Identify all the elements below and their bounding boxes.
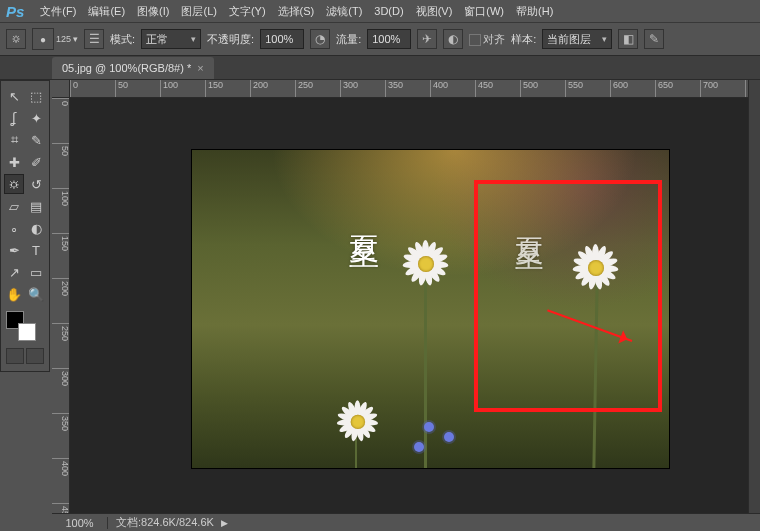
options-bar: ⛭ ● 125▾ ☰ 模式: 正常 不透明度: 100% ◔ 流量: 100% … bbox=[0, 22, 760, 56]
tool-preset-icon[interactable]: ⛭ bbox=[6, 29, 26, 49]
brush-panel-icon[interactable]: ☰ bbox=[84, 29, 104, 49]
ruler-tick: 300 bbox=[340, 80, 358, 98]
zoom-level[interactable]: 100% bbox=[52, 517, 108, 529]
document-info[interactable]: 文档:824.6K/824.6K ▶ bbox=[108, 515, 236, 530]
pressure-opacity-icon[interactable]: ◔ bbox=[310, 29, 330, 49]
flow-label: 流量: bbox=[336, 32, 361, 47]
tool-path[interactable]: ↗ bbox=[4, 262, 24, 282]
tool-marquee[interactable]: ⬚ bbox=[26, 86, 46, 106]
tool-hand[interactable]: ✋ bbox=[4, 284, 24, 304]
app-logo: Ps bbox=[6, 3, 24, 20]
ruler-tick: 150 bbox=[205, 80, 223, 98]
ruler-tick: 250 bbox=[52, 323, 70, 341]
toolbox: ↖⬚ʆ✦⌗✎✚✐⛭↺▱▤∘◐✒T↗▭✋🔍 bbox=[0, 80, 50, 372]
menu-select[interactable]: 选择(S) bbox=[272, 1, 321, 22]
flow-input[interactable]: 100% bbox=[367, 29, 411, 49]
flower-stem bbox=[424, 280, 427, 468]
tool-crop[interactable]: ⌗ bbox=[4, 130, 24, 150]
close-tab-icon[interactable]: × bbox=[197, 62, 203, 74]
ruler-tick: 350 bbox=[52, 413, 70, 431]
calligraphy-text: 夏至 bbox=[347, 212, 381, 224]
menu-type[interactable]: 文字(Y) bbox=[223, 1, 272, 22]
tool-stamp[interactable]: ⛭ bbox=[4, 174, 24, 194]
ruler-tick: 600 bbox=[610, 80, 628, 98]
tool-shape[interactable]: ▭ bbox=[26, 262, 46, 282]
ruler-tick: 400 bbox=[52, 458, 70, 476]
ruler-tick: 50 bbox=[115, 80, 128, 98]
annotation-box bbox=[474, 180, 662, 412]
menu-file[interactable]: 文件(F) bbox=[34, 1, 82, 22]
ruler-tick: 300 bbox=[52, 368, 70, 386]
document-tab-title: 05.jpg @ 100%(RGB/8#) * bbox=[62, 62, 191, 74]
tool-eyedrop[interactable]: ✎ bbox=[26, 130, 46, 150]
chevron-right-icon[interactable]: ▶ bbox=[221, 518, 228, 528]
pressure-size-icon[interactable]: ◐ bbox=[443, 29, 463, 49]
tool-wand[interactable]: ✦ bbox=[26, 108, 46, 128]
background-swatch[interactable] bbox=[18, 323, 36, 341]
color-swatches[interactable] bbox=[6, 311, 36, 341]
tool-lasso[interactable]: ʆ bbox=[4, 108, 24, 128]
tool-dodge[interactable]: ◐ bbox=[26, 218, 46, 238]
sample-select[interactable]: 当前图层 bbox=[542, 29, 612, 49]
ruler-tick: 150 bbox=[52, 233, 70, 251]
status-bar: 100% 文档:824.6K/824.6K ▶ bbox=[52, 513, 760, 531]
ruler-tick: 650 bbox=[655, 80, 673, 98]
menu-bar: Ps 文件(F) 编辑(E) 图像(I) 图层(L) 文字(Y) 选择(S) 滤… bbox=[0, 0, 760, 22]
document-canvas[interactable]: 夏至 夏至 bbox=[192, 150, 669, 468]
opacity-label: 不透明度: bbox=[207, 32, 254, 47]
menu-filter[interactable]: 滤镜(T) bbox=[320, 1, 368, 22]
document-tab[interactable]: 05.jpg @ 100%(RGB/8#) * × bbox=[52, 57, 214, 79]
ruler-tick: 450 bbox=[475, 80, 493, 98]
ruler-tick: 0 bbox=[52, 98, 70, 106]
ruler-tick: 250 bbox=[295, 80, 313, 98]
airbrush-icon[interactable]: ✈ bbox=[417, 29, 437, 49]
tool-type[interactable]: T bbox=[26, 240, 46, 260]
small-flower bbox=[414, 442, 424, 452]
ruler-tick: 450 bbox=[52, 503, 70, 513]
tool-heal[interactable]: ✚ bbox=[4, 152, 24, 172]
small-flower bbox=[424, 422, 434, 432]
quickmask-icon[interactable] bbox=[26, 348, 44, 364]
ruler-tick: 100 bbox=[160, 80, 178, 98]
small-flower bbox=[444, 432, 454, 442]
tool-gradient[interactable]: ▤ bbox=[26, 196, 46, 216]
ruler-tick: 50 bbox=[52, 143, 70, 156]
quickmask-row bbox=[5, 347, 45, 365]
opacity-input[interactable]: 100% bbox=[260, 29, 304, 49]
tool-pen[interactable]: ✒ bbox=[4, 240, 24, 260]
tool-history[interactable]: ↺ bbox=[26, 174, 46, 194]
standard-mode-icon[interactable] bbox=[6, 348, 24, 364]
ruler-vertical[interactable]: 050100150200250300350400450 bbox=[52, 98, 70, 513]
menu-help[interactable]: 帮助(H) bbox=[510, 1, 559, 22]
flower bbox=[400, 238, 450, 288]
menu-edit[interactable]: 编辑(E) bbox=[82, 1, 131, 22]
ignore-adjust-icon[interactable]: ◧ bbox=[618, 29, 638, 49]
ruler-tick: 200 bbox=[250, 80, 268, 98]
pressure-icon[interactable]: ✎ bbox=[644, 29, 664, 49]
mode-select[interactable]: 正常 bbox=[141, 29, 201, 49]
right-panel-dock[interactable] bbox=[748, 80, 760, 513]
brush-size-picker[interactable]: ● 125▾ bbox=[32, 28, 78, 50]
menu-view[interactable]: 视图(V) bbox=[410, 1, 459, 22]
tool-zoom[interactable]: 🔍 bbox=[26, 284, 46, 304]
ruler-horizontal[interactable]: 0501001502002503003504004505005506006507… bbox=[70, 80, 760, 98]
menu-layer[interactable]: 图层(L) bbox=[175, 1, 222, 22]
tool-move[interactable]: ↖ bbox=[4, 86, 24, 106]
ruler-tick: 400 bbox=[430, 80, 448, 98]
ruler-tick: 0 bbox=[70, 80, 78, 98]
mode-label: 模式: bbox=[110, 32, 135, 47]
sample-label: 样本: bbox=[511, 32, 536, 47]
menu-window[interactable]: 窗口(W) bbox=[458, 1, 510, 22]
menu-3d[interactable]: 3D(D) bbox=[368, 2, 409, 20]
tool-brush[interactable]: ✐ bbox=[26, 152, 46, 172]
menu-image[interactable]: 图像(I) bbox=[131, 1, 175, 22]
tool-blur[interactable]: ∘ bbox=[4, 218, 24, 238]
ruler-tick: 200 bbox=[52, 278, 70, 296]
ruler-tick: 350 bbox=[385, 80, 403, 98]
ruler-tick: 550 bbox=[565, 80, 583, 98]
document-tab-bar: 05.jpg @ 100%(RGB/8#) * × bbox=[0, 56, 760, 80]
align-checkbox[interactable]: 对齐 bbox=[469, 32, 505, 47]
ruler-corner bbox=[52, 80, 70, 98]
tool-eraser[interactable]: ▱ bbox=[4, 196, 24, 216]
ruler-tick: 500 bbox=[520, 80, 538, 98]
